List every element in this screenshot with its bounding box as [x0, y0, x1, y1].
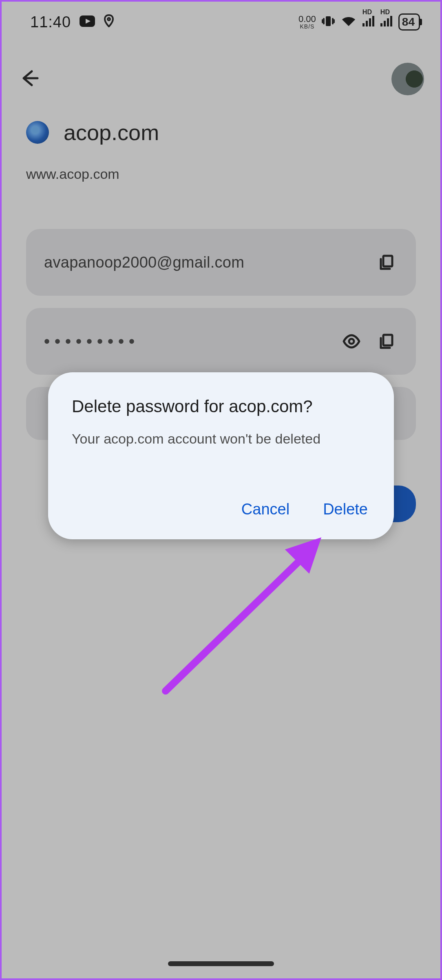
device-frame: 11:40 0.00 KB/S HD HD: [0, 0, 442, 980]
svg-point-1: [108, 18, 110, 20]
signal-icon-1: HD: [362, 16, 375, 28]
svg-rect-4: [366, 21, 368, 26]
svg-rect-2: [326, 16, 331, 26]
site-favicon: [26, 121, 49, 144]
signal-icon-2: HD: [380, 16, 393, 28]
battery-indicator: 84: [398, 13, 420, 31]
dialog-body: Your acop.com account won't be deleted: [72, 431, 370, 447]
show-password-button[interactable]: [340, 330, 363, 353]
dialog-actions: Cancel Delete: [72, 496, 370, 523]
svg-line-14: [166, 547, 313, 691]
location-icon: [104, 14, 114, 30]
password-value: •••••••••: [44, 332, 328, 351]
svg-rect-11: [383, 256, 392, 266]
cancel-button[interactable]: Cancel: [239, 496, 292, 523]
wifi-icon: [340, 15, 357, 29]
youtube-icon: [79, 15, 95, 29]
password-field: •••••••••: [26, 308, 416, 375]
back-button[interactable]: [18, 67, 40, 91]
svg-rect-7: [380, 23, 382, 26]
site-url[interactable]: www.acop.com: [26, 166, 416, 182]
vibrate-icon: [322, 15, 335, 29]
site-block: acop.com www.acop.com: [26, 120, 416, 182]
dialog-title: Delete password for acop.com?: [72, 397, 370, 416]
svg-rect-9: [387, 18, 389, 26]
username-value: avapanoop2000@gmail.com: [44, 254, 363, 271]
battery-percent: 84: [402, 15, 415, 29]
svg-rect-13: [383, 335, 392, 345]
svg-rect-8: [384, 21, 386, 26]
svg-rect-10: [390, 16, 392, 26]
status-right: 0.00 KB/S HD HD 84: [298, 13, 420, 31]
svg-rect-6: [372, 16, 374, 26]
copy-password-button[interactable]: [375, 330, 398, 353]
gesture-nav-bar[interactable]: [168, 961, 274, 966]
copy-username-button[interactable]: [375, 251, 398, 274]
net-speed: 0.00 KB/S: [298, 15, 316, 29]
site-title: acop.com: [64, 120, 159, 145]
svg-marker-15: [285, 537, 321, 573]
username-field: avapanoop2000@gmail.com: [26, 229, 416, 296]
app-header: [2, 55, 440, 103]
delete-password-dialog: Delete password for acop.com? Your acop.…: [48, 372, 394, 539]
status-clock: 11:40: [30, 13, 71, 31]
status-left: 11:40: [30, 13, 114, 31]
status-bar: 11:40 0.00 KB/S HD HD: [2, 2, 440, 42]
delete-button[interactable]: Delete: [320, 496, 370, 523]
site-title-row: acop.com: [26, 120, 416, 145]
net-speed-value: 0.00: [298, 15, 316, 24]
svg-point-12: [349, 339, 354, 344]
account-avatar[interactable]: [391, 63, 424, 95]
net-speed-unit: KB/S: [298, 24, 316, 29]
svg-rect-5: [369, 18, 371, 26]
svg-rect-3: [362, 23, 365, 26]
